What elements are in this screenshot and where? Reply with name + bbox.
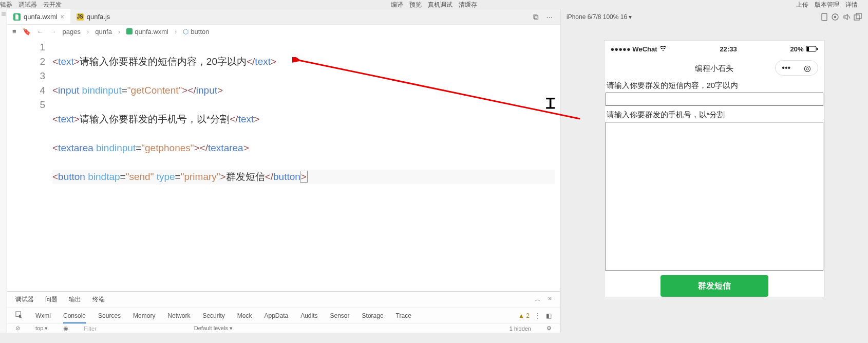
svg-line-5 — [848, 15, 850, 19]
text-cursor-icon: Ꮖ — [543, 98, 558, 112]
clock: 22:33 — [667, 45, 790, 53]
record-icon[interactable] — [831, 13, 839, 21]
nav-bar: 编程小石头 ••• ◎ — [605, 57, 824, 80]
breadcrumb[interactable]: pages — [63, 28, 81, 35]
nav-forward-icon[interactable]: → — [50, 28, 56, 35]
sms-content-input[interactable] — [606, 93, 823, 106]
devtool-mock[interactable]: Mock — [237, 312, 252, 319]
simulator-pane: iPhone 6/7/8 100% 16 ▾ ●●●●● WeChat 22:3… — [560, 9, 868, 333]
tab-qunfa-js[interactable]: JS qunfa.js — [70, 9, 117, 24]
menu-preview[interactable]: 预览 — [409, 1, 422, 9]
capsule[interactable]: ••• ◎ — [775, 60, 818, 76]
devtool-storage[interactable]: Storage — [362, 312, 384, 319]
editor-pane: qunfa.wxml × JS qunfa.js ⧉ ··· ≡ 🔖 ← → p… — [7, 9, 560, 333]
close-icon[interactable]: × — [61, 13, 64, 21]
mute-icon[interactable] — [842, 13, 851, 21]
breadcrumb[interactable]: ⬡button — [183, 28, 209, 35]
capsule-close-icon[interactable]: ◎ — [804, 63, 811, 73]
menu-compile[interactable]: 编译 — [391, 1, 403, 9]
filter-input[interactable]: Filter — [84, 326, 96, 332]
devtool-security[interactable]: Security — [202, 312, 224, 319]
tab-qunfa-wxml[interactable]: qunfa.wxml × — [7, 9, 70, 24]
chevron-right-icon: › — [175, 28, 177, 35]
status-bar: ●●●●● WeChat 22:33 20% — [605, 41, 824, 57]
dock-icon[interactable]: ◧ — [546, 312, 552, 319]
device-select[interactable]: iPhone 6/7/8 100% 16 ▾ — [567, 13, 632, 21]
eye-icon[interactable]: ◉ — [63, 325, 68, 332]
bottom-panel: 调试器 问题 输出 终端 ︿ × Wxml Console Sources Me… — [7, 291, 560, 333]
svg-rect-2 — [822, 13, 827, 21]
svg-point-4 — [834, 16, 836, 18]
line-gutter: 12345 — [7, 38, 52, 291]
bookmark-icon[interactable]: 🔖 — [23, 28, 31, 35]
nav-back-icon[interactable]: ← — [37, 28, 44, 35]
svg-rect-7 — [856, 13, 861, 19]
gear-icon[interactable]: ⚙ — [546, 325, 552, 332]
menu-editor[interactable]: 辑器 — [0, 1, 12, 9]
page-body: 请输入你要群发的短信内容，20字以内 请输入你要群发的手机号，以*分割 群发短信 — [605, 80, 824, 297]
svg-rect-9 — [807, 47, 809, 51]
breadcrumb[interactable]: qunfa — [95, 28, 112, 35]
inspect-icon[interactable] — [15, 311, 23, 320]
page-title: 编程小石头 — [695, 64, 733, 74]
devtool-sensor[interactable]: Sensor — [330, 312, 350, 319]
chevron-right-icon: › — [87, 28, 89, 35]
menu-details[interactable]: 详情 — [845, 1, 858, 9]
menu-remote-debug[interactable]: 真机调试 — [428, 1, 452, 9]
tab-label: qunfa.wxml — [24, 13, 58, 21]
popout-icon[interactable] — [854, 13, 862, 21]
tab-label: qunfa.js — [87, 13, 110, 21]
menu-debugger[interactable]: 调试器 — [18, 1, 37, 9]
svg-rect-6 — [854, 15, 859, 20]
rail-icon[interactable] — [2, 12, 6, 16]
stop-icon[interactable]: ⊘ — [15, 325, 20, 332]
kebab-icon[interactable]: ⋮ — [535, 312, 541, 319]
phone-simulator: ●●●●● WeChat 22:33 20% 编程小石头 ••• ◎ 请输入你要… — [604, 40, 825, 297]
warning-badge[interactable]: ▲ 2 — [518, 312, 530, 319]
chevron-right-icon: › — [118, 28, 120, 35]
code-body[interactable]: <text>请输入你要群发的短信内容，20字以内</text> <input b… — [52, 38, 560, 291]
devtool-wxml[interactable]: Wxml — [35, 312, 51, 319]
menu-cloud[interactable]: 云开发 — [43, 1, 62, 9]
js-file-icon: JS — [77, 13, 84, 21]
collapse-icon[interactable]: ︿ — [535, 295, 541, 304]
devtool-console[interactable]: Console — [63, 312, 86, 323]
split-editor-icon[interactable]: ⧉ — [533, 12, 539, 22]
devtool-network[interactable]: Network — [167, 312, 190, 319]
send-sms-button[interactable]: 群发短信 — [661, 275, 768, 297]
devtool-appdata[interactable]: AppData — [264, 312, 288, 319]
wxml-file-icon — [13, 13, 21, 21]
capsule-menu-icon[interactable]: ••• — [782, 63, 790, 73]
editor-tabs: qunfa.wxml × JS qunfa.js ⧉ ··· — [7, 9, 560, 25]
activity-bar — [0, 9, 7, 333]
phones-textarea[interactable] — [606, 122, 823, 271]
levels-select[interactable]: Default levels ▾ — [194, 325, 233, 332]
device-icon[interactable] — [821, 13, 828, 21]
editor-subbar: ≡ 🔖 ← → pages › qunfa › qunfa.wxml › ⬡bu… — [7, 25, 560, 38]
devtool-trace[interactable]: Trace — [396, 312, 411, 319]
devtool-memory[interactable]: Memory — [133, 312, 155, 319]
top-menu: 辑器 调试器 云开发 编译 预览 真机调试 清缓存 上传 版本管理 详情 — [0, 0, 868, 9]
breadcrumb[interactable]: qunfa.wxml — [126, 28, 168, 35]
wxml-file-icon — [126, 28, 133, 34]
panel-tab-terminal[interactable]: 终端 — [92, 295, 105, 304]
cube-icon: ⬡ — [183, 28, 188, 35]
menu-upload[interactable]: 上传 — [796, 1, 808, 9]
devtool-audits[interactable]: Audits — [300, 312, 317, 319]
wifi-icon — [659, 45, 667, 53]
sms-content-label: 请输入你要群发的短信内容，20字以内 — [605, 80, 824, 92]
devtool-sources[interactable]: Sources — [98, 312, 121, 319]
battery: 20% — [790, 45, 818, 53]
phones-label: 请输入你要群发的手机号，以*分割 — [605, 109, 824, 121]
menu-clear-cache[interactable]: 清缓存 — [459, 1, 477, 9]
close-icon[interactable]: × — [548, 295, 552, 304]
more-icon[interactable]: ··· — [546, 12, 553, 21]
context-select[interactable]: top ▾ — [35, 325, 48, 332]
code-editor[interactable]: 12345 <text>请输入你要群发的短信内容，20字以内</text> <i… — [7, 38, 560, 291]
menu-version[interactable]: 版本管理 — [815, 1, 839, 9]
panel-tab-debugger[interactable]: 调试器 — [15, 295, 34, 304]
list-icon[interactable]: ≡ — [12, 28, 16, 35]
panel-tab-output[interactable]: 输出 — [69, 295, 81, 304]
panel-tab-problems[interactable]: 问题 — [45, 295, 58, 304]
hidden-count[interactable]: 1 hidden — [510, 326, 531, 332]
